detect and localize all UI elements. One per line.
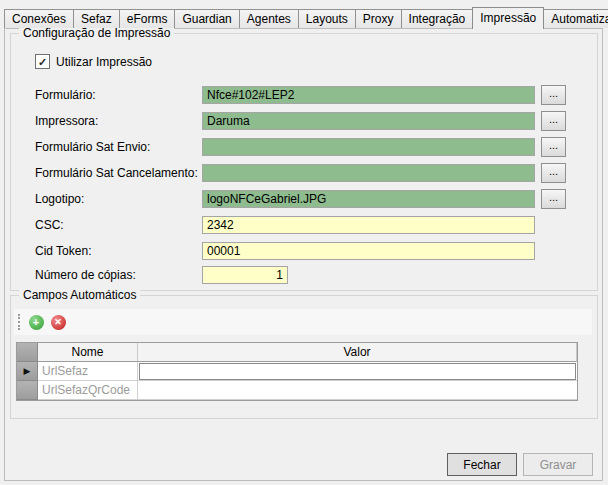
auto-fields-grid: Nome Valor ▶ UrlSefaz UrlSefazQrCode xyxy=(16,342,578,401)
cid-token-field[interactable] xyxy=(202,242,535,260)
delete-row-button[interactable]: ✕ xyxy=(47,311,69,333)
impressora-browse-button[interactable]: ... xyxy=(541,111,566,131)
tab-eforms[interactable]: eForms xyxy=(119,9,176,28)
grid-header-valor[interactable]: Valor xyxy=(138,343,577,362)
tab-proxy[interactable]: Proxy xyxy=(355,9,402,28)
grid-cell-nome[interactable]: UrlSefazQrCode xyxy=(38,381,138,400)
csc-label: CSC: xyxy=(35,216,64,234)
formulario-sat-envio-field[interactable] xyxy=(202,138,535,156)
delete-icon: ✕ xyxy=(51,315,66,330)
grid-cell-valor[interactable] xyxy=(138,362,577,381)
logotipo-label: Logotipo: xyxy=(35,190,84,208)
fechar-button[interactable]: Fechar xyxy=(447,453,517,476)
numero-copias-label: Número de cópias: xyxy=(35,266,136,284)
formulario-sat-envio-browse-button[interactable]: ... xyxy=(541,137,566,157)
csc-field[interactable] xyxy=(202,216,535,234)
tab-agentes[interactable]: Agentes xyxy=(239,9,299,28)
utilizar-impressao-checkbox[interactable]: ✓ Utilizar Impressão xyxy=(35,54,152,69)
grid-corner-cell[interactable] xyxy=(17,343,38,362)
formulario-sat-cancelamento-label: Formulário Sat Cancelamento: xyxy=(35,164,198,182)
grid-row-urlsefaz: ▶ UrlSefaz xyxy=(17,362,577,381)
tab-guardian[interactable]: Guardian xyxy=(174,9,239,28)
auto-fields-toolbar: + ✕ xyxy=(14,309,592,335)
grid-cell-valor[interactable] xyxy=(138,381,577,400)
print-config-title: Configuração de Impressão xyxy=(19,26,174,40)
gravar-button[interactable]: Gravar xyxy=(523,453,593,476)
logotipo-field[interactable] xyxy=(202,190,535,208)
grid-row-selector[interactable]: ▶ xyxy=(17,362,38,381)
valor-cell-editor[interactable] xyxy=(139,363,576,380)
tab-automatizacao[interactable]: Automatização xyxy=(543,9,608,28)
formulario-sat-cancelamento-field[interactable] xyxy=(202,164,535,182)
toolstrip-grip[interactable] xyxy=(18,314,20,330)
grid-row-urlsefazqrcode: UrlSefazQrCode xyxy=(17,381,577,400)
formulario-field[interactable] xyxy=(202,86,535,104)
tabpage-impressao: Configuração de Impressão ✓ Utilizar Imp… xyxy=(4,28,603,481)
tab-sefaz[interactable]: Sefaz xyxy=(73,9,120,28)
impressora-label: Impressora: xyxy=(35,112,98,130)
formulario-label: Formulário: xyxy=(35,86,96,104)
tab-impressao[interactable]: Impressão xyxy=(472,7,544,29)
formulario-sat-envio-label: Formulário Sat Envio: xyxy=(35,138,150,156)
add-icon: + xyxy=(29,315,44,330)
cid-token-label: Cid Token: xyxy=(35,242,91,260)
grid-row-selector[interactable] xyxy=(17,381,38,400)
formulario-browse-button[interactable]: ... xyxy=(541,85,566,105)
tab-integracao[interactable]: Integração xyxy=(401,9,474,28)
auto-fields-title: Campos Automáticos xyxy=(19,288,140,302)
checkbox-check-icon: ✓ xyxy=(35,54,50,69)
tab-layouts[interactable]: Layouts xyxy=(298,9,356,28)
settings-window: { "tabs": { "items": ["Conexões", "Sefaz… xyxy=(0,0,608,485)
utilizar-impressao-label: Utilizar Impressão xyxy=(56,55,152,69)
tab-conexoes[interactable]: Conexões xyxy=(4,9,74,28)
print-config-groupbox: Configuração de Impressão ✓ Utilizar Imp… xyxy=(10,33,598,291)
tab-strip: Conexões Sefaz eForms Guardian Agentes L… xyxy=(4,7,608,28)
add-row-button[interactable]: + xyxy=(25,311,47,333)
impressora-field[interactable] xyxy=(202,112,535,130)
formulario-sat-cancelamento-browse-button[interactable]: ... xyxy=(541,163,566,183)
auto-fields-groupbox: Campos Automáticos + ✕ Nome Valor ▶ UrlS… xyxy=(10,295,598,419)
grid-header-row: Nome Valor xyxy=(17,343,577,362)
logotipo-browse-button[interactable]: ... xyxy=(541,189,566,209)
grid-header-nome[interactable]: Nome xyxy=(38,343,138,362)
numero-copias-field[interactable] xyxy=(202,266,288,284)
grid-cell-nome[interactable]: UrlSefaz xyxy=(38,362,138,381)
current-row-arrow-icon: ▶ xyxy=(24,367,31,376)
